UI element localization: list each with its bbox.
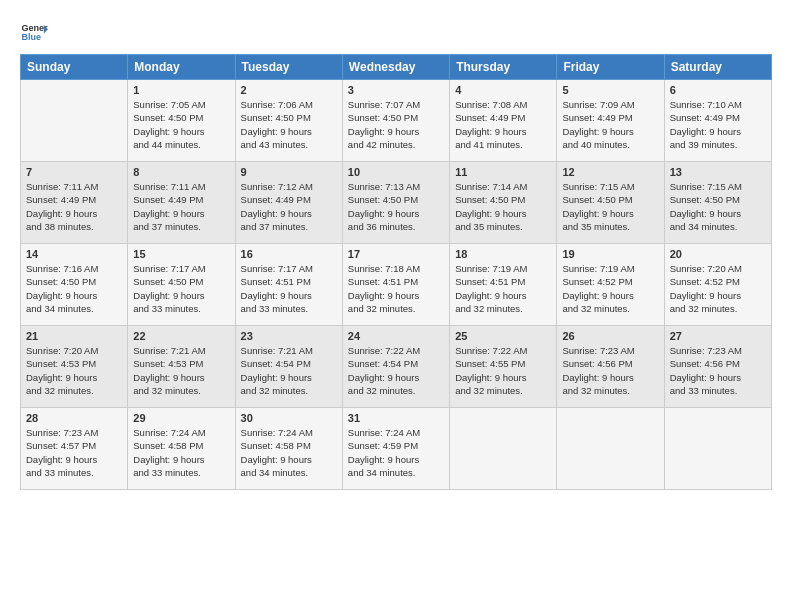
day-number: 14 [26, 248, 122, 260]
logo: General Blue [20, 18, 52, 46]
day-info: Sunrise: 7:23 AM Sunset: 4:57 PM Dayligh… [26, 426, 122, 479]
day-info: Sunrise: 7:19 AM Sunset: 4:52 PM Dayligh… [562, 262, 658, 315]
day-number: 5 [562, 84, 658, 96]
weekday-header: Saturday [664, 55, 771, 80]
day-info: Sunrise: 7:12 AM Sunset: 4:49 PM Dayligh… [241, 180, 337, 233]
calendar-cell: 5Sunrise: 7:09 AM Sunset: 4:49 PM Daylig… [557, 80, 664, 162]
day-number: 7 [26, 166, 122, 178]
calendar-cell: 21Sunrise: 7:20 AM Sunset: 4:53 PM Dayli… [21, 326, 128, 408]
day-number: 9 [241, 166, 337, 178]
day-info: Sunrise: 7:20 AM Sunset: 4:53 PM Dayligh… [26, 344, 122, 397]
day-number: 20 [670, 248, 766, 260]
day-info: Sunrise: 7:24 AM Sunset: 4:58 PM Dayligh… [241, 426, 337, 479]
calendar-cell: 10Sunrise: 7:13 AM Sunset: 4:50 PM Dayli… [342, 162, 449, 244]
day-info: Sunrise: 7:20 AM Sunset: 4:52 PM Dayligh… [670, 262, 766, 315]
day-number: 21 [26, 330, 122, 342]
day-number: 4 [455, 84, 551, 96]
calendar-page: General Blue SundayMondayTuesdayWednesda… [0, 0, 792, 612]
day-number: 31 [348, 412, 444, 424]
day-number: 18 [455, 248, 551, 260]
weekday-header: Wednesday [342, 55, 449, 80]
day-info: Sunrise: 7:22 AM Sunset: 4:54 PM Dayligh… [348, 344, 444, 397]
day-number: 27 [670, 330, 766, 342]
day-info: Sunrise: 7:19 AM Sunset: 4:51 PM Dayligh… [455, 262, 551, 315]
calendar-cell: 15Sunrise: 7:17 AM Sunset: 4:50 PM Dayli… [128, 244, 235, 326]
calendar-cell: 20Sunrise: 7:20 AM Sunset: 4:52 PM Dayli… [664, 244, 771, 326]
day-info: Sunrise: 7:24 AM Sunset: 4:58 PM Dayligh… [133, 426, 229, 479]
calendar-cell: 22Sunrise: 7:21 AM Sunset: 4:53 PM Dayli… [128, 326, 235, 408]
calendar-cell: 30Sunrise: 7:24 AM Sunset: 4:58 PM Dayli… [235, 408, 342, 490]
day-number: 26 [562, 330, 658, 342]
day-number: 6 [670, 84, 766, 96]
calendar-cell: 11Sunrise: 7:14 AM Sunset: 4:50 PM Dayli… [450, 162, 557, 244]
calendar-cell: 29Sunrise: 7:24 AM Sunset: 4:58 PM Dayli… [128, 408, 235, 490]
day-number: 3 [348, 84, 444, 96]
header: General Blue [20, 18, 772, 46]
calendar-cell [664, 408, 771, 490]
day-info: Sunrise: 7:11 AM Sunset: 4:49 PM Dayligh… [26, 180, 122, 233]
calendar-cell: 6Sunrise: 7:10 AM Sunset: 4:49 PM Daylig… [664, 80, 771, 162]
day-number: 1 [133, 84, 229, 96]
calendar-cell: 25Sunrise: 7:22 AM Sunset: 4:55 PM Dayli… [450, 326, 557, 408]
day-info: Sunrise: 7:05 AM Sunset: 4:50 PM Dayligh… [133, 98, 229, 151]
day-info: Sunrise: 7:24 AM Sunset: 4:59 PM Dayligh… [348, 426, 444, 479]
day-info: Sunrise: 7:13 AM Sunset: 4:50 PM Dayligh… [348, 180, 444, 233]
day-info: Sunrise: 7:06 AM Sunset: 4:50 PM Dayligh… [241, 98, 337, 151]
day-number: 24 [348, 330, 444, 342]
day-info: Sunrise: 7:14 AM Sunset: 4:50 PM Dayligh… [455, 180, 551, 233]
day-info: Sunrise: 7:11 AM Sunset: 4:49 PM Dayligh… [133, 180, 229, 233]
calendar-cell: 19Sunrise: 7:19 AM Sunset: 4:52 PM Dayli… [557, 244, 664, 326]
day-info: Sunrise: 7:21 AM Sunset: 4:53 PM Dayligh… [133, 344, 229, 397]
day-number: 16 [241, 248, 337, 260]
calendar-cell: 9Sunrise: 7:12 AM Sunset: 4:49 PM Daylig… [235, 162, 342, 244]
day-info: Sunrise: 7:21 AM Sunset: 4:54 PM Dayligh… [241, 344, 337, 397]
day-number: 17 [348, 248, 444, 260]
calendar-cell: 23Sunrise: 7:21 AM Sunset: 4:54 PM Dayli… [235, 326, 342, 408]
day-number: 22 [133, 330, 229, 342]
day-number: 12 [562, 166, 658, 178]
day-info: Sunrise: 7:16 AM Sunset: 4:50 PM Dayligh… [26, 262, 122, 315]
weekday-header: Thursday [450, 55, 557, 80]
calendar-cell: 28Sunrise: 7:23 AM Sunset: 4:57 PM Dayli… [21, 408, 128, 490]
calendar-cell: 3Sunrise: 7:07 AM Sunset: 4:50 PM Daylig… [342, 80, 449, 162]
day-info: Sunrise: 7:10 AM Sunset: 4:49 PM Dayligh… [670, 98, 766, 151]
day-number: 13 [670, 166, 766, 178]
day-info: Sunrise: 7:18 AM Sunset: 4:51 PM Dayligh… [348, 262, 444, 315]
calendar-cell: 17Sunrise: 7:18 AM Sunset: 4:51 PM Dayli… [342, 244, 449, 326]
calendar-cell: 2Sunrise: 7:06 AM Sunset: 4:50 PM Daylig… [235, 80, 342, 162]
calendar-cell: 31Sunrise: 7:24 AM Sunset: 4:59 PM Dayli… [342, 408, 449, 490]
day-number: 25 [455, 330, 551, 342]
day-info: Sunrise: 7:17 AM Sunset: 4:51 PM Dayligh… [241, 262, 337, 315]
day-number: 15 [133, 248, 229, 260]
calendar-header: SundayMondayTuesdayWednesdayThursdayFrid… [21, 55, 772, 80]
day-info: Sunrise: 7:09 AM Sunset: 4:49 PM Dayligh… [562, 98, 658, 151]
day-number: 30 [241, 412, 337, 424]
calendar-cell: 14Sunrise: 7:16 AM Sunset: 4:50 PM Dayli… [21, 244, 128, 326]
day-number: 29 [133, 412, 229, 424]
calendar-cell: 1Sunrise: 7:05 AM Sunset: 4:50 PM Daylig… [128, 80, 235, 162]
svg-text:Blue: Blue [21, 32, 41, 42]
day-number: 19 [562, 248, 658, 260]
calendar-cell [450, 408, 557, 490]
calendar-cell: 26Sunrise: 7:23 AM Sunset: 4:56 PM Dayli… [557, 326, 664, 408]
calendar-cell: 4Sunrise: 7:08 AM Sunset: 4:49 PM Daylig… [450, 80, 557, 162]
weekday-header: Monday [128, 55, 235, 80]
day-info: Sunrise: 7:07 AM Sunset: 4:50 PM Dayligh… [348, 98, 444, 151]
day-info: Sunrise: 7:08 AM Sunset: 4:49 PM Dayligh… [455, 98, 551, 151]
day-number: 28 [26, 412, 122, 424]
weekday-header: Friday [557, 55, 664, 80]
calendar-cell [21, 80, 128, 162]
calendar-cell: 24Sunrise: 7:22 AM Sunset: 4:54 PM Dayli… [342, 326, 449, 408]
day-info: Sunrise: 7:23 AM Sunset: 4:56 PM Dayligh… [670, 344, 766, 397]
calendar-cell: 13Sunrise: 7:15 AM Sunset: 4:50 PM Dayli… [664, 162, 771, 244]
day-number: 10 [348, 166, 444, 178]
day-info: Sunrise: 7:15 AM Sunset: 4:50 PM Dayligh… [562, 180, 658, 233]
calendar-cell: 18Sunrise: 7:19 AM Sunset: 4:51 PM Dayli… [450, 244, 557, 326]
calendar-cell: 7Sunrise: 7:11 AM Sunset: 4:49 PM Daylig… [21, 162, 128, 244]
day-info: Sunrise: 7:22 AM Sunset: 4:55 PM Dayligh… [455, 344, 551, 397]
day-info: Sunrise: 7:23 AM Sunset: 4:56 PM Dayligh… [562, 344, 658, 397]
calendar-cell: 27Sunrise: 7:23 AM Sunset: 4:56 PM Dayli… [664, 326, 771, 408]
day-info: Sunrise: 7:17 AM Sunset: 4:50 PM Dayligh… [133, 262, 229, 315]
day-number: 23 [241, 330, 337, 342]
calendar-cell: 8Sunrise: 7:11 AM Sunset: 4:49 PM Daylig… [128, 162, 235, 244]
